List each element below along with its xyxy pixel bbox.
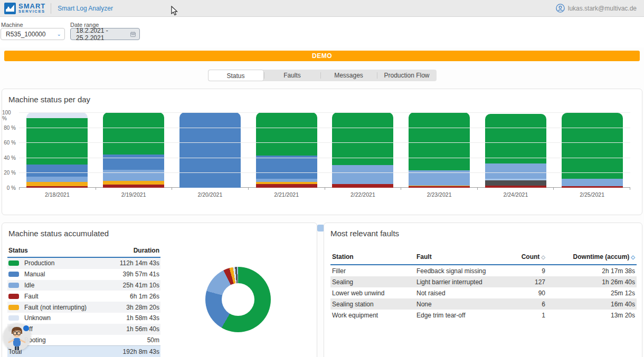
brand-line2: SERVICES <box>18 9 45 14</box>
bar-segment-idle <box>485 163 546 179</box>
status-duration: 3h 28m 20s <box>126 304 159 311</box>
tab-status[interactable]: Status <box>208 70 264 81</box>
machine-label: Machine <box>1 22 23 28</box>
bar-segment-manual <box>256 156 317 179</box>
tab-messages[interactable]: Messages <box>321 70 377 81</box>
stacked-bar-2/18/2021 <box>26 112 88 188</box>
bar-segment-idle <box>332 165 393 184</box>
stacked-bar-2/21/2021 <box>256 112 317 188</box>
column-downtime[interactable]: Downtime (accum) <box>545 253 635 260</box>
x-tick <box>172 188 249 190</box>
bar-group <box>478 112 554 188</box>
fault-row: Work equipmentEdge trim tear-off113m 20s <box>330 310 637 321</box>
assistant-notification-dot <box>23 325 29 331</box>
app-title: Smart Log Analyzer <box>58 5 113 12</box>
faults-rows: FillerFeedback signal missing92h 17m 38s… <box>330 265 637 321</box>
gridline <box>19 142 630 143</box>
bar-segment-off <box>485 180 546 186</box>
bar-segment-unknown <box>26 112 88 118</box>
gridline <box>19 172 630 173</box>
status-duration: 39h 57m 41s <box>123 271 159 278</box>
machine-select[interactable]: R535_100000 ⌄ <box>1 28 65 40</box>
fault-description: Edge trim tear-off <box>416 312 487 319</box>
bar-segment-fault <box>256 184 317 188</box>
brand-logo-icon <box>4 3 16 14</box>
card-machine-status-accumulated: Machine status accumulated Status Durati… <box>2 223 317 357</box>
status-duration: 1h 58m 43s <box>126 314 159 322</box>
status-row-fault_ni: Fault (not interrupting)3h 28m 20s <box>7 302 160 313</box>
bar-group <box>325 112 401 188</box>
fault-row: Sealing stationNone616m 40s <box>330 298 637 310</box>
x-axis-label: 2/22/2021 <box>325 191 401 198</box>
status-donut-chart <box>205 267 271 332</box>
x-axis-label: 2/21/2021 <box>248 191 325 198</box>
column-count[interactable]: Count <box>487 253 545 260</box>
status-duration: 6h 1m 26s <box>130 293 159 300</box>
x-tick <box>96 188 173 190</box>
idle-swatch-icon <box>8 283 19 288</box>
fault-station: Filler <box>332 267 416 275</box>
production-swatch-icon <box>8 260 19 266</box>
fault-description: Feedback signal missing <box>416 267 487 275</box>
fault-downtime: 16m 40s <box>545 301 635 308</box>
status-duration: 25h 41m 10s <box>123 282 159 289</box>
fault-count: 90 <box>487 290 545 297</box>
fault-description: None <box>416 301 487 308</box>
x-axis-label: 2/23/2021 <box>401 191 478 198</box>
x-tick <box>325 188 402 190</box>
user-menu[interactable]: lukas.stark@multivac.de <box>556 4 644 13</box>
status-row-manual: Manual39h 57m 41s <box>7 269 160 280</box>
total-duration: 192h 8m 43s <box>123 348 159 355</box>
status-label: Idle <box>24 282 34 289</box>
fault-count: 6 <box>487 301 545 308</box>
top-header: SMART SERVICES Smart Log Analyzer lukas.… <box>0 0 644 17</box>
fault-description: Not raised <box>416 290 487 297</box>
fault-count: 127 <box>487 278 545 286</box>
sort-icon[interactable] <box>631 254 635 260</box>
manual-swatch-icon <box>8 272 19 277</box>
stacked-bar-2/22/2021 <box>332 112 393 188</box>
stacked-bar-2/23/2021 <box>409 112 470 188</box>
faults-table: Station Fault Count Downtime (accum) Fil… <box>330 250 637 321</box>
bar-group <box>554 112 630 188</box>
tabs-bar: StatusFaultsMessagesProduction Flow <box>0 70 644 81</box>
x-axis-ticks <box>19 188 630 190</box>
status-label: Fault (not interrupting) <box>24 304 87 311</box>
stacked-bar-2/20/2021 <box>179 112 241 188</box>
sort-icon[interactable] <box>541 254 545 260</box>
header-divider <box>51 3 51 14</box>
date-range-input[interactable]: 18.2.2021 - 25.2.2021 <box>70 28 140 40</box>
stacked-bar-2/19/2021 <box>103 112 164 188</box>
y-axis: 100 %80 %60 %40 %20 %0 % <box>2 112 17 188</box>
y-tick-label: 60 % <box>4 140 16 146</box>
brand-text: SMART SERVICES <box>18 3 45 14</box>
status-label: Production <box>24 259 54 267</box>
stacked-bar-2/25/2021 <box>562 113 623 188</box>
card-most-relevant-faults: Most relevant faults Station Fault Count… <box>324 223 642 357</box>
fault-count: 1 <box>487 312 545 319</box>
bar-segment-production <box>103 112 164 155</box>
bar-segment-idle <box>26 177 88 182</box>
fault-station: Lower web unwind <box>332 290 416 297</box>
fault-downtime: 13m 20s <box>545 312 635 319</box>
accumulated-title: Machine status accumulated <box>2 223 317 238</box>
fault-downtime: 1h 26m 40s <box>545 278 635 286</box>
bar-segment-fault_ni <box>103 181 164 185</box>
bar-group <box>401 112 478 188</box>
bar-group <box>172 112 249 188</box>
chevron-down-icon: ⌄ <box>57 31 61 37</box>
accumulated-table-header: Status Duration <box>7 245 160 258</box>
tab-production-flow[interactable]: Production Flow <box>377 70 437 81</box>
fault-station: Sealing station <box>332 301 416 308</box>
brand-logo[interactable]: SMART SERVICES <box>0 3 45 14</box>
stacked-bar-2/24/2021 <box>485 114 546 188</box>
bar-segment-production <box>562 113 623 178</box>
status-row-fault: Fault6h 1m 26s <box>7 291 160 302</box>
status-label: Unknown <box>24 314 51 322</box>
x-axis-label: 2/24/2021 <box>478 191 554 198</box>
tab-faults[interactable]: Faults <box>264 70 320 81</box>
bar-segment-idle <box>562 179 623 186</box>
bar-group <box>96 112 172 188</box>
bar-segment-production <box>485 114 546 163</box>
bar-group <box>19 112 96 188</box>
